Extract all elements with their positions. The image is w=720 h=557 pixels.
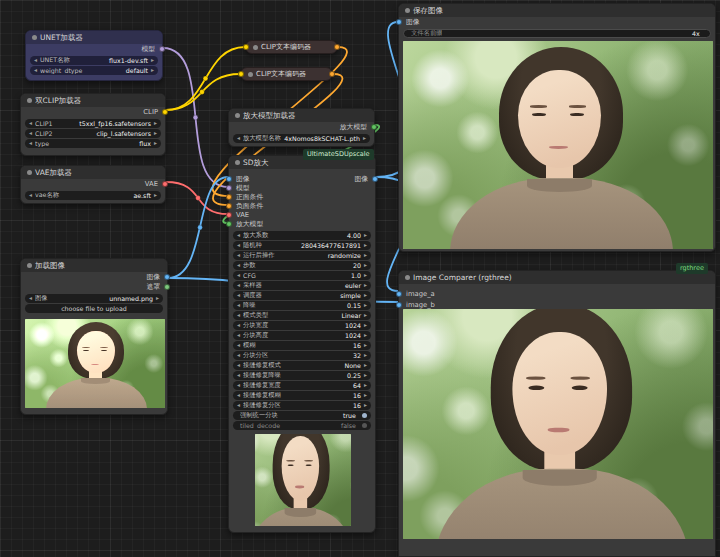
node-title-bar[interactable]: 双CLIP加载器: [21, 94, 165, 107]
prev-arrow-icon[interactable]: ◂: [237, 362, 240, 368]
node-graph-canvas[interactable]: UNET加载器 模型 ◂ UNET名称 flux1-dev.sft ▸ ◂ we…: [0, 0, 720, 557]
toggle-on-icon[interactable]: [362, 413, 367, 418]
next-arrow-icon[interactable]: ▸: [364, 312, 367, 318]
next-arrow-icon[interactable]: ▸: [364, 342, 367, 348]
prev-arrow-icon[interactable]: ◂: [29, 295, 32, 301]
next-arrow-icon[interactable]: ▸: [364, 282, 367, 288]
model-output-dot[interactable]: [159, 46, 165, 52]
prev-arrow-icon[interactable]: ◂: [29, 130, 32, 136]
prev-arrow-icon[interactable]: ◂: [29, 140, 32, 146]
next-arrow-icon[interactable]: ▸: [156, 295, 159, 301]
collapse-dot-icon[interactable]: [27, 98, 32, 103]
output-slot-image[interactable]: 图像: [21, 272, 167, 282]
widget-scheduler[interactable]: ◂调度器simple▸: [233, 291, 371, 300]
next-arrow-icon[interactable]: ▸: [154, 120, 157, 126]
next-arrow-icon[interactable]: ▸: [363, 135, 366, 141]
widget-seam-fix-denoise[interactable]: ◂接缝修复降噪0.25▸: [233, 371, 371, 380]
node-clip-text-encode-1[interactable]: CLIP文本编码器: [245, 40, 338, 54]
node-dual-clip-loader[interactable]: 双CLIP加载器 CLIP ◂ CLIP1 t5xxl_fp16.safeten…: [20, 93, 166, 156]
comparer-preview-image[interactable]: [403, 309, 713, 539]
conditioning-output-dot[interactable]: [334, 44, 340, 50]
output-slot-upscale-model[interactable]: 放大模型: [229, 122, 374, 132]
prev-arrow-icon[interactable]: ◂: [34, 57, 37, 63]
node-title-bar[interactable]: VAE加载器: [21, 166, 165, 179]
widget-seam-fix-mask-blur[interactable]: ◂接缝修复模糊16▸: [233, 391, 371, 400]
node-title-bar[interactable]: Image Comparer (rgthree): [399, 271, 715, 284]
widget-tile-width[interactable]: ◂分块宽度1024▸: [233, 321, 371, 330]
next-arrow-icon[interactable]: ▸: [151, 57, 154, 63]
conditioning-output-dot[interactable]: [329, 71, 335, 77]
image-input-dot[interactable]: [226, 176, 232, 182]
widget-vae-name[interactable]: ◂ vae名称 ae.sft ▸: [25, 191, 161, 200]
widget-clip2[interactable]: ◂ CLIP2 clip_l.safetensors ▸: [25, 129, 161, 138]
filename-prefix-input[interactable]: 文件名前缀 4x_: [403, 29, 711, 38]
widget-mode-type[interactable]: ◂模式类型Linear▸: [233, 311, 371, 320]
widget-denoise[interactable]: ◂降噪0.15▸: [233, 301, 371, 310]
prev-arrow-icon[interactable]: ◂: [237, 342, 240, 348]
clip-input-dot[interactable]: [238, 71, 244, 77]
widget-tile-padding[interactable]: ◂分块分区32▸: [233, 351, 371, 360]
collapse-dot-icon[interactable]: [32, 35, 37, 40]
prev-arrow-icon[interactable]: ◂: [237, 372, 240, 378]
collapse-dot-icon[interactable]: [27, 263, 32, 268]
next-arrow-icon[interactable]: ▸: [364, 402, 367, 408]
node-save-image[interactable]: 保存图像 图像 文件名前缀 4x_: [398, 3, 716, 252]
negative-cond-input-dot[interactable]: [226, 203, 232, 209]
widget-seam-fix-padding[interactable]: ◂接缝修复分区16▸: [233, 401, 371, 410]
vae-output-dot[interactable]: [162, 181, 168, 187]
prev-arrow-icon[interactable]: ◂: [29, 120, 32, 126]
image-b-input-dot[interactable]: [396, 302, 402, 308]
output-slot-model[interactable]: 模型: [26, 44, 162, 54]
prev-arrow-icon[interactable]: ◂: [237, 252, 240, 258]
node-clip-text-encode-2[interactable]: CLIP文本编码器: [240, 67, 333, 81]
widget-image-file[interactable]: ◂ 图像 unnamed.png ▸: [25, 294, 163, 303]
next-arrow-icon[interactable]: ▸: [364, 292, 367, 298]
next-arrow-icon[interactable]: ▸: [364, 382, 367, 388]
prev-arrow-icon[interactable]: ◂: [34, 67, 37, 73]
slot-row-negative[interactable]: 负面条件: [229, 201, 375, 210]
node-load-image[interactable]: 加载图像 图像 遮罩 ◂ 图像 unnamed.png ▸ choose fil…: [20, 258, 168, 415]
widget-seed[interactable]: ◂随机种280436477617891▸: [233, 241, 371, 250]
next-arrow-icon[interactable]: ▸: [154, 130, 157, 136]
model-input-dot[interactable]: [226, 185, 232, 191]
image-output-dot[interactable]: [164, 274, 170, 280]
widget-clip1[interactable]: ◂ CLIP1 t5xxl_fp16.safetensors ▸: [25, 119, 161, 128]
prev-arrow-icon[interactable]: ◂: [237, 292, 240, 298]
node-upscale-model-loader[interactable]: 放大模型加载器 放大模型 ◂ 放大模型名称 4xNomos8kSCHAT-L.p…: [228, 108, 375, 147]
input-slot-image[interactable]: 图像: [399, 17, 715, 27]
node-image-comparer[interactable]: Image Comparer (rgthree) image_a image_b: [398, 270, 716, 557]
next-arrow-icon[interactable]: ▸: [154, 192, 157, 198]
vae-input-dot[interactable]: [226, 212, 232, 218]
node-sd-upscale[interactable]: SD放大 图像 图像 模型 正面条件 负面条件 V: [228, 155, 376, 533]
output-slot-mask[interactable]: 遮罩: [21, 282, 167, 292]
widget-upscale-by[interactable]: ◂放大系数4.00▸: [233, 231, 371, 240]
collapse-dot-icon[interactable]: [405, 8, 410, 13]
next-arrow-icon[interactable]: ▸: [364, 262, 367, 268]
slot-row-upscale-model[interactable]: 放大模型: [229, 219, 375, 228]
prev-arrow-icon[interactable]: ◂: [237, 332, 240, 338]
next-arrow-icon[interactable]: ▸: [364, 392, 367, 398]
widget-weight-dtype[interactable]: ◂ weight_dtype default ▸: [30, 66, 158, 75]
prev-arrow-icon[interactable]: ◂: [237, 242, 240, 248]
collapse-dot-icon[interactable]: [405, 275, 410, 280]
widget-sampler[interactable]: ◂采样器euler▸: [233, 281, 371, 290]
prev-arrow-icon[interactable]: ◂: [237, 302, 240, 308]
image-output-dot[interactable]: [372, 176, 378, 182]
prev-arrow-icon[interactable]: ◂: [237, 262, 240, 268]
collapse-dot-icon[interactable]: [27, 170, 32, 175]
upscale-model-input-dot[interactable]: [226, 221, 232, 227]
widget-seam-fix-width[interactable]: ◂接缝修复宽度64▸: [233, 381, 371, 390]
input-slot-image-a[interactable]: image_a: [399, 288, 715, 299]
clip-input-dot[interactable]: [243, 44, 249, 50]
prev-arrow-icon[interactable]: ◂: [237, 135, 240, 141]
toggle-off-icon[interactable]: [362, 423, 367, 428]
widget-force-uniform-tiles[interactable]: 强制统一分块true: [233, 411, 371, 420]
prev-arrow-icon[interactable]: ◂: [237, 312, 240, 318]
collapse-dot-icon[interactable]: [253, 45, 258, 50]
clip-output-dot[interactable]: [162, 109, 168, 115]
prev-arrow-icon[interactable]: ◂: [237, 232, 240, 238]
prev-arrow-icon[interactable]: ◂: [237, 402, 240, 408]
next-arrow-icon[interactable]: ▸: [364, 232, 367, 238]
upscale-model-output-dot[interactable]: [371, 124, 377, 130]
collapse-dot-icon[interactable]: [235, 160, 240, 165]
